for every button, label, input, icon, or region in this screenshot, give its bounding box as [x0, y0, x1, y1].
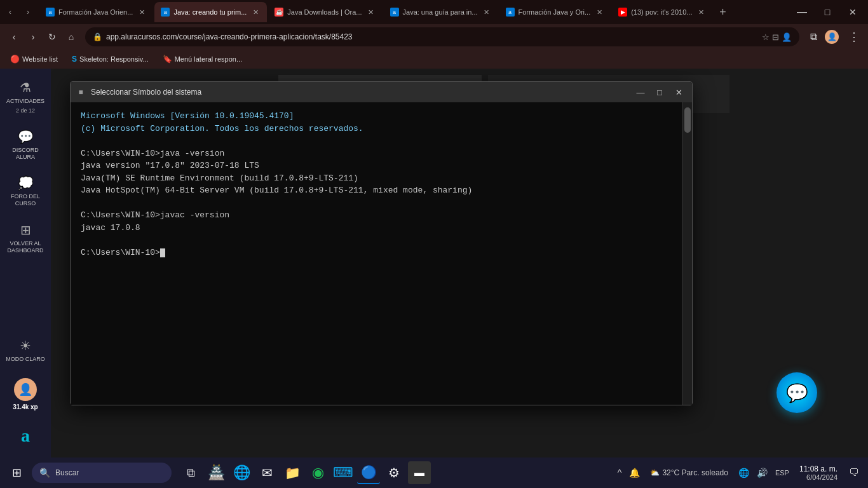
tab2-label: Java: creando tu prim... — [173, 8, 247, 16]
profile-icon[interactable]: 👤 — [782, 32, 792, 42]
terminal-close-btn[interactable]: ✕ — [670, 84, 687, 100]
browser-tab-2[interactable]: a Java: creando tu prim... ✕ — [154, 2, 267, 22]
tray-clock[interactable]: 11:08 a. m. 6/04/2024 — [794, 462, 843, 484]
split-icon[interactable]: ⊟ — [772, 32, 779, 42]
terminal-line-3 — [81, 135, 672, 147]
tab4-favicon: a — [390, 8, 399, 17]
settings-btn[interactable]: ⚙ — [383, 461, 405, 484]
sidebar-item-discord[interactable]: 💬 DISCORDALURA — [3, 124, 48, 166]
tab3-close[interactable]: ✕ — [366, 7, 376, 17]
settings-icon: ⚙ — [388, 465, 400, 480]
menu-btn[interactable]: ⋮ — [845, 28, 863, 46]
tab5-label: Formación Java y Ori... — [519, 8, 591, 16]
tab-back-btn[interactable]: ‹ — [3, 4, 18, 20]
search-placeholder: Buscar — [55, 468, 79, 477]
tray-weather[interactable]: ⛅ 32°C Parc. soleado — [645, 466, 733, 480]
browser-tab-1[interactable]: a Formación Java Orien... ✕ — [39, 2, 153, 22]
browser-tab-5[interactable]: a Formación Java y Ori... ✕ — [499, 2, 611, 22]
url-bar[interactable]: 🔒 app.aluracursos.com/course/java-creand… — [85, 27, 799, 46]
star-icon[interactable]: ☆ — [762, 32, 770, 42]
sidebar-item-forum[interactable]: 💭 FORO DELCURSO — [3, 170, 48, 212]
nav-controls: ‹ › ↻ ⌂ — [5, 28, 80, 46]
action-center-icon[interactable]: 🗨 — [845, 464, 863, 482]
start-button[interactable]: ⊞ — [5, 461, 28, 484]
bookmark-website-list[interactable]: 🔴 Website list — [5, 53, 63, 65]
browser-tab-4[interactable]: a Java: una guía para in... ✕ — [384, 2, 498, 22]
spotify-btn[interactable]: ◉ — [306, 461, 329, 484]
window-close-btn[interactable]: ✕ — [840, 2, 865, 22]
new-tab-button[interactable]: + — [714, 3, 731, 21]
terminal-line-12: C:\Users\WIN-10> — [81, 247, 672, 259]
reload-button[interactable]: ↻ — [43, 28, 61, 46]
sidebar-item-dashboard[interactable]: ⊞ VOLVER ALDASHBOARD — [3, 217, 48, 259]
taskbar: ⊞ 🔍 Buscar ⧉ 🏯 🌐 ✉ 📁 ◉ ⌨ 🔵 ⚙ — [0, 458, 868, 488]
browser-tab-6[interactable]: ▶ (13) pov: it's 2010... ✕ — [612, 2, 712, 22]
castle-icon: 🏯 — [208, 464, 225, 481]
main-area: ⚗ ACTIVIDADES 2 de 12 💬 DISCORDALURA 💭 F… — [0, 69, 868, 458]
profile-avatar-btn[interactable]: 👤 — [825, 28, 843, 46]
sidebar-item-profile[interactable]: 👤 31.4k xp — [3, 373, 48, 416]
sound-icon[interactable]: 🔊 — [754, 465, 770, 480]
tab1-close[interactable]: ✕ — [137, 7, 147, 17]
terminal-maximize-btn[interactable]: □ — [651, 84, 668, 100]
mail-btn[interactable]: ✉ — [255, 461, 278, 484]
window-maximize-btn[interactable]: □ — [815, 2, 840, 22]
light-mode-label: MODO CLARO — [6, 356, 45, 363]
home-button[interactable]: ⌂ — [62, 28, 80, 46]
bookmark-skeleton[interactable]: S Skeleton: Responsiv... — [67, 53, 154, 65]
terminal-content[interactable]: Microsoft Windows [Versión 10.0.19045.41… — [71, 102, 682, 405]
bookmark-menu-lateral[interactable]: 🔖 Menú lateral respon... — [158, 53, 247, 65]
terminal-line-5: java version "17.0.8" 2023-07-18 LTS — [81, 159, 672, 172]
terminal-scrollbar[interactable] — [682, 102, 692, 405]
terminal-line-1: Microsoft Windows [Versión 10.0.19045.41… — [81, 110, 672, 123]
taskbar-search[interactable]: 🔍 Buscar — [32, 463, 172, 483]
sidebar-item-alura-logo[interactable]: a — [3, 421, 48, 451]
language-badge[interactable]: ESP — [773, 466, 792, 479]
terminal-minimize-btn[interactable]: — — [632, 84, 649, 100]
extensions-btn[interactable]: ⧉ — [804, 28, 822, 46]
discord-label: DISCORDALURA — [12, 147, 39, 161]
chat-bubble[interactable]: 💬 — [776, 372, 817, 413]
vscode-btn[interactable]: ⌨ — [332, 461, 355, 484]
spotify-icon: ◉ — [312, 464, 324, 481]
tab3-favicon: ☕ — [275, 8, 283, 17]
tab1-label: Formación Java Orien... — [58, 8, 133, 16]
terminal-body: Microsoft Windows [Versión 10.0.19045.41… — [71, 102, 692, 405]
sidebar-item-light-mode[interactable]: ☀ MODO CLARO — [3, 333, 48, 368]
lock-icon: 🔒 — [93, 32, 102, 41]
edge-btn[interactable]: 🌐 — [230, 461, 253, 484]
tab-bar-left: ‹ › — [3, 4, 36, 20]
terminal-window: ■ Seleccionar Símbolo del sistema — □ ✕ … — [70, 81, 693, 405]
tab4-close[interactable]: ✕ — [482, 7, 492, 17]
notification-icon[interactable]: 🔔 — [627, 465, 642, 480]
sidebar-item-activities[interactable]: ⚗ ACTIVIDADES 2 de 12 — [3, 75, 48, 119]
files-btn[interactable]: 📁 — [281, 461, 304, 484]
chrome-icon: 🔵 — [361, 464, 377, 480]
windows-icon: ⊞ — [12, 466, 22, 480]
forward-button[interactable]: › — [24, 28, 42, 46]
tab1-favicon: a — [46, 8, 55, 17]
terminal-btn[interactable]: ▬ — [408, 461, 431, 484]
browser-chrome: ‹ › a Formación Java Orien... ✕ a Java: … — [0, 0, 868, 69]
window-minimize-btn[interactable]: — — [789, 2, 815, 22]
dashboard-label: VOLVER ALDASHBOARD — [7, 240, 43, 254]
tab2-close[interactable]: ✕ — [250, 7, 261, 17]
castle-icon-btn[interactable]: 🏯 — [205, 461, 227, 484]
taskview-btn[interactable]: ⧉ — [179, 461, 202, 484]
terminal-line-8 — [81, 197, 672, 210]
terminal-scrollbar-thumb — [684, 107, 691, 133]
tab3-label: Java Downloads | Ora... — [287, 8, 362, 16]
files-icon: 📁 — [285, 465, 301, 480]
chrome-btn[interactable]: 🔵 — [357, 461, 380, 484]
tray-arrow-icon[interactable]: ^ — [615, 465, 625, 480]
tab5-close[interactable]: ✕ — [594, 7, 604, 17]
back-button[interactable]: ‹ — [5, 28, 23, 46]
tab6-close[interactable]: ✕ — [696, 7, 706, 17]
user-avatar: 👤 — [14, 378, 37, 401]
weather-text: 32°C Parc. soleado — [662, 468, 728, 477]
edge-icon: 🌐 — [233, 464, 250, 481]
terminal-cursor — [160, 248, 165, 257]
network-icon[interactable]: 🌐 — [736, 465, 752, 480]
tab-forward-btn[interactable]: › — [20, 4, 36, 20]
browser-tab-3[interactable]: ☕ Java Downloads | Ora... ✕ — [268, 2, 382, 22]
